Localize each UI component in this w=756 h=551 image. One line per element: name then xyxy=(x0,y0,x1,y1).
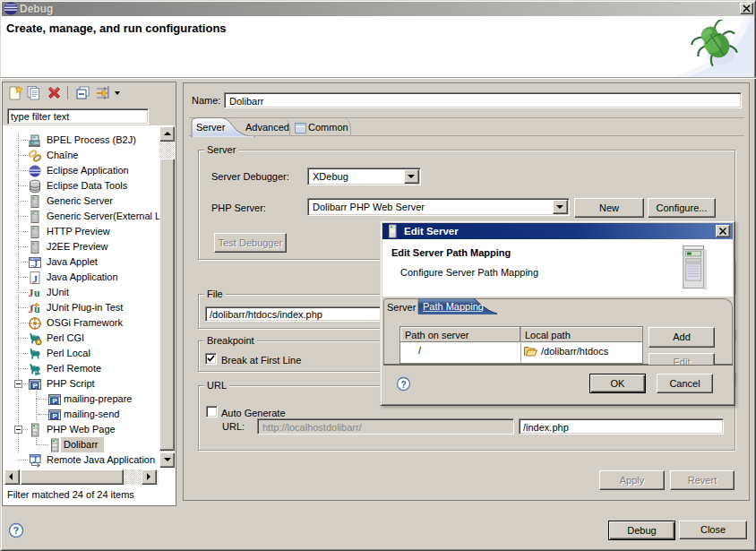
svg-text:?: ? xyxy=(13,525,20,536)
svg-text:P: P xyxy=(53,412,58,420)
svg-text:P: P xyxy=(53,397,58,405)
svg-text:u: u xyxy=(34,287,40,299)
svg-text:J: J xyxy=(33,259,38,269)
svg-text:J: J xyxy=(29,287,34,299)
svg-text:?: ? xyxy=(401,380,407,390)
svg-text:J: J xyxy=(33,456,37,464)
